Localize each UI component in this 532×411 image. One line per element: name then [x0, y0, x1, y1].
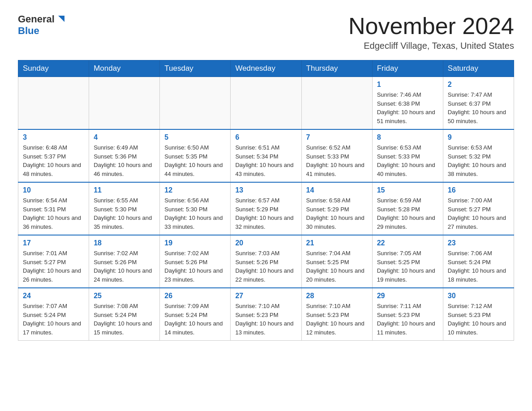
day-number: 18 [94, 239, 155, 247]
table-row [301, 77, 372, 130]
header-monday: Monday [89, 60, 160, 77]
table-row: 30Sunrise: 7:12 AMSunset: 5:23 PMDayligh… [443, 288, 514, 341]
day-number: 13 [235, 186, 296, 194]
day-number: 5 [164, 133, 226, 141]
day-number: 4 [94, 133, 155, 141]
day-info: Sunrise: 6:57 AMSunset: 5:29 PMDaylight:… [235, 196, 296, 231]
day-info: Sunrise: 6:49 AMSunset: 5:36 PMDaylight:… [94, 143, 155, 178]
week-row-2: 3Sunrise: 6:48 AMSunset: 5:37 PMDaylight… [18, 129, 514, 182]
table-row: 6Sunrise: 6:51 AMSunset: 5:34 PMDaylight… [231, 129, 301, 182]
day-info: Sunrise: 7:03 AMSunset: 5:26 PMDaylight:… [235, 249, 296, 284]
day-number: 21 [306, 239, 368, 247]
day-number: 28 [306, 292, 368, 300]
day-number: 25 [94, 292, 155, 300]
logo-triangle-icon [56, 14, 65, 24]
day-number: 20 [235, 239, 296, 247]
week-row-3: 10Sunrise: 6:54 AMSunset: 5:31 PMDayligh… [18, 182, 514, 235]
day-info: Sunrise: 7:07 AMSunset: 5:24 PMDaylight:… [23, 302, 84, 337]
header-wednesday: Wednesday [231, 60, 301, 77]
day-info: Sunrise: 7:04 AMSunset: 5:25 PMDaylight:… [306, 249, 368, 284]
day-info: Sunrise: 7:01 AMSunset: 5:27 PMDaylight:… [23, 249, 84, 284]
day-info: Sunrise: 7:09 AMSunset: 5:24 PMDaylight:… [164, 302, 226, 337]
table-row: 18Sunrise: 7:02 AMSunset: 5:26 PMDayligh… [89, 235, 160, 288]
day-info: Sunrise: 6:59 AMSunset: 5:28 PMDaylight:… [377, 196, 438, 231]
day-info: Sunrise: 7:47 AMSunset: 6:37 PMDaylight:… [448, 90, 509, 125]
day-info: Sunrise: 6:52 AMSunset: 5:33 PMDaylight:… [306, 143, 368, 178]
table-row: 26Sunrise: 7:09 AMSunset: 5:24 PMDayligh… [160, 288, 231, 341]
day-number: 27 [235, 292, 296, 300]
day-info: Sunrise: 6:55 AMSunset: 5:30 PMDaylight:… [94, 196, 155, 231]
day-number: 10 [23, 186, 84, 194]
header-thursday: Thursday [301, 60, 372, 77]
page-header: General Blue November 2024 Edgecliff Vil… [18, 13, 514, 51]
week-row-4: 17Sunrise: 7:01 AMSunset: 5:27 PMDayligh… [18, 235, 514, 288]
header-tuesday: Tuesday [160, 60, 231, 77]
table-row: 9Sunrise: 6:53 AMSunset: 5:32 PMDaylight… [443, 129, 514, 182]
table-row: 16Sunrise: 7:00 AMSunset: 5:27 PMDayligh… [443, 182, 514, 235]
logo-area: General Blue [18, 13, 65, 37]
month-title: November 2024 [348, 13, 514, 39]
calendar-title-area: November 2024 Edgecliff Village, Texas, … [348, 13, 514, 51]
day-number: 1 [377, 81, 438, 89]
table-row: 22Sunrise: 7:05 AMSunset: 5:25 PMDayligh… [372, 235, 443, 288]
day-info: Sunrise: 7:12 AMSunset: 5:23 PMDaylight:… [448, 302, 509, 337]
table-row: 5Sunrise: 6:50 AMSunset: 5:35 PMDaylight… [160, 129, 231, 182]
logo-blue: Blue [18, 25, 39, 36]
table-row [231, 77, 301, 130]
week-row-1: 1Sunrise: 7:46 AMSunset: 6:38 PMDaylight… [18, 77, 514, 130]
weekday-header-row: Sunday Monday Tuesday Wednesday Thursday… [18, 60, 514, 77]
day-info: Sunrise: 7:05 AMSunset: 5:25 PMDaylight:… [377, 249, 438, 284]
day-number: 8 [377, 133, 438, 141]
table-row: 3Sunrise: 6:48 AMSunset: 5:37 PMDaylight… [18, 129, 89, 182]
day-number: 12 [164, 186, 226, 194]
day-number: 6 [235, 133, 296, 141]
day-info: Sunrise: 7:00 AMSunset: 5:27 PMDaylight:… [448, 196, 509, 231]
table-row: 10Sunrise: 6:54 AMSunset: 5:31 PMDayligh… [18, 182, 89, 235]
table-row: 11Sunrise: 6:55 AMSunset: 5:30 PMDayligh… [89, 182, 160, 235]
day-number: 26 [164, 292, 226, 300]
table-row [18, 77, 89, 130]
day-number: 3 [23, 133, 84, 141]
table-row: 28Sunrise: 7:10 AMSunset: 5:23 PMDayligh… [301, 288, 372, 341]
day-number: 17 [23, 239, 84, 247]
day-number: 11 [94, 186, 155, 194]
table-row: 23Sunrise: 7:06 AMSunset: 5:24 PMDayligh… [443, 235, 514, 288]
day-info: Sunrise: 6:54 AMSunset: 5:31 PMDaylight:… [23, 196, 84, 231]
table-row: 12Sunrise: 6:56 AMSunset: 5:30 PMDayligh… [160, 182, 231, 235]
table-row: 25Sunrise: 7:08 AMSunset: 5:24 PMDayligh… [89, 288, 160, 341]
day-number: 19 [164, 239, 226, 247]
day-number: 24 [23, 292, 84, 300]
table-row: 20Sunrise: 7:03 AMSunset: 5:26 PMDayligh… [231, 235, 301, 288]
table-row: 4Sunrise: 6:49 AMSunset: 5:36 PMDaylight… [89, 129, 160, 182]
day-info: Sunrise: 6:51 AMSunset: 5:34 PMDaylight:… [235, 143, 296, 178]
table-row: 29Sunrise: 7:11 AMSunset: 5:23 PMDayligh… [372, 288, 443, 341]
header-saturday: Saturday [443, 60, 514, 77]
day-info: Sunrise: 6:56 AMSunset: 5:30 PMDaylight:… [164, 196, 226, 231]
day-info: Sunrise: 7:06 AMSunset: 5:24 PMDaylight:… [448, 249, 509, 284]
table-row: 7Sunrise: 6:52 AMSunset: 5:33 PMDaylight… [301, 129, 372, 182]
table-row: 13Sunrise: 6:57 AMSunset: 5:29 PMDayligh… [231, 182, 301, 235]
header-friday: Friday [372, 60, 443, 77]
table-row: 24Sunrise: 7:07 AMSunset: 5:24 PMDayligh… [18, 288, 89, 341]
table-row: 27Sunrise: 7:10 AMSunset: 5:23 PMDayligh… [231, 288, 301, 341]
week-row-5: 24Sunrise: 7:07 AMSunset: 5:24 PMDayligh… [18, 288, 514, 341]
svg-marker-0 [58, 16, 64, 22]
table-row [89, 77, 160, 130]
day-number: 14 [306, 186, 368, 194]
day-number: 23 [448, 239, 509, 247]
day-info: Sunrise: 7:02 AMSunset: 5:26 PMDaylight:… [94, 249, 155, 284]
day-info: Sunrise: 6:48 AMSunset: 5:37 PMDaylight:… [23, 143, 84, 178]
day-info: Sunrise: 7:46 AMSunset: 6:38 PMDaylight:… [377, 90, 438, 125]
table-row: 8Sunrise: 6:53 AMSunset: 5:33 PMDaylight… [372, 129, 443, 182]
day-number: 29 [377, 292, 438, 300]
table-row [160, 77, 231, 130]
day-info: Sunrise: 6:53 AMSunset: 5:32 PMDaylight:… [448, 143, 509, 178]
day-number: 30 [448, 292, 509, 300]
day-number: 22 [377, 239, 438, 247]
calendar-table: Sunday Monday Tuesday Wednesday Thursday… [18, 60, 514, 341]
table-row: 19Sunrise: 7:02 AMSunset: 5:26 PMDayligh… [160, 235, 231, 288]
logo-general: General [18, 13, 55, 25]
table-row: 14Sunrise: 6:58 AMSunset: 5:29 PMDayligh… [301, 182, 372, 235]
header-sunday: Sunday [18, 60, 89, 77]
day-info: Sunrise: 6:53 AMSunset: 5:33 PMDaylight:… [377, 143, 438, 178]
